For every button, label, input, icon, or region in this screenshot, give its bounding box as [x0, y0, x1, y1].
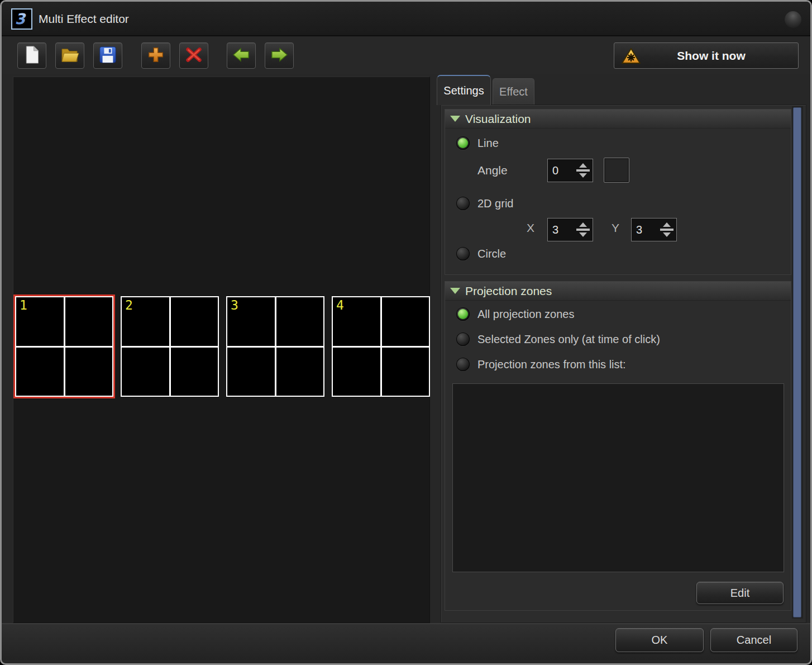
toolbar: Show it now [2, 37, 810, 74]
next-button[interactable] [265, 42, 294, 69]
projection-zones-title: Projection zones [465, 284, 552, 298]
delete-effect-button[interactable] [179, 42, 208, 69]
angle-spinner[interactable]: 0 [547, 159, 593, 182]
y-label: Y [612, 221, 619, 235]
arrow-left-icon [232, 46, 251, 65]
zones-from-list-label: Projection zones from this list: [477, 358, 626, 371]
thumbnail-number: 3 [231, 299, 238, 312]
x-label: X [527, 221, 534, 235]
spinner-down-icon[interactable] [579, 232, 587, 237]
effect-thumbnail-3[interactable]: 3 [226, 296, 324, 397]
thumbnail-grid [16, 297, 112, 396]
titlebar: 3 Multi Effect editor [2, 2, 810, 36]
thumbnail-number: 1 [20, 299, 27, 312]
angle-option-box[interactable] [604, 158, 629, 183]
settings-scrollbar-thumb[interactable] [793, 107, 801, 618]
delete-x-icon [184, 45, 203, 66]
projection-zones-header[interactable]: Projection zones [445, 282, 791, 301]
grid-x-spinner-arrows[interactable] [575, 222, 593, 237]
angle-spinner-arrows[interactable] [575, 163, 593, 178]
plus-icon [146, 45, 165, 66]
line-radio[interactable] [456, 136, 470, 150]
show-it-now-button[interactable]: Show it now [614, 42, 799, 69]
thumbnail-number: 4 [336, 299, 344, 312]
spinner-up-icon[interactable] [579, 222, 587, 227]
visualization-group: Visualization Line Angle 0 2D grid [445, 109, 791, 275]
open-folder-icon [60, 46, 79, 65]
thumbnail-grid [122, 297, 218, 396]
new-file-button[interactable] [17, 42, 46, 69]
spinner-up-icon[interactable] [579, 163, 587, 168]
effect-thumbnail-2[interactable]: 2 [121, 296, 219, 397]
tab-effect[interactable]: Effect [493, 78, 534, 105]
collapse-triangle-icon [450, 288, 460, 294]
zones-from-list-radio[interactable] [456, 358, 470, 371]
visualization-title: Visualization [465, 112, 531, 126]
beyond-logo-icon: 3 [11, 8, 32, 30]
thumbnail-grid [227, 297, 323, 396]
spinner-bar-icon [660, 229, 674, 231]
arrow-right-icon [270, 46, 289, 65]
selected-zones-only-radio[interactable] [456, 332, 470, 346]
new-document-icon [23, 44, 41, 68]
tab-settings[interactable]: Settings [437, 75, 491, 105]
grid-y-spinner[interactable]: 3 [631, 218, 677, 241]
collapse-triangle-icon [450, 116, 460, 122]
thumbnail-grid [333, 297, 429, 396]
line-label: Line [477, 137, 499, 150]
thumbnail-number: 2 [125, 299, 133, 312]
angle-label: Angle [477, 164, 508, 177]
show-it-now-label: Show it now [641, 49, 781, 63]
titlebar-light-indicator [785, 11, 801, 28]
effect-thumbnail-1[interactable]: 1 [15, 296, 113, 397]
spinner-down-icon[interactable] [663, 232, 671, 237]
save-floppy-icon [99, 46, 117, 66]
settings-scrollbar-track[interactable] [792, 106, 803, 619]
grid-2d-radio[interactable] [456, 197, 470, 210]
laser-warning-icon [621, 47, 641, 65]
spinner-bar-icon [576, 229, 590, 231]
grid-x-spinner[interactable]: 3 [547, 218, 593, 241]
projection-zones-list[interactable] [452, 383, 784, 572]
grid-x-value: 3 [548, 224, 575, 236]
effect-thumbnail-4[interactable]: 4 [332, 296, 430, 397]
svg-text:3: 3 [15, 11, 26, 27]
spinner-up-icon[interactable] [663, 222, 671, 227]
add-effect-button[interactable] [141, 42, 170, 69]
settings-panel: Visualization Line Angle 0 2D grid [441, 104, 806, 623]
angle-value: 0 [548, 164, 575, 177]
bottom-bar: OK Cancel [2, 623, 810, 660]
spinner-down-icon[interactable] [579, 173, 587, 178]
ok-button[interactable]: OK [615, 628, 704, 652]
circle-radio[interactable] [456, 247, 470, 260]
visualization-header[interactable]: Visualization [445, 110, 791, 129]
circle-label: Circle [477, 248, 506, 260]
edit-zones-button[interactable]: Edit [696, 582, 784, 604]
previous-button[interactable] [227, 42, 256, 69]
projection-zones-group: Projection zones All projection zones Se… [445, 281, 791, 611]
save-button[interactable] [93, 42, 122, 69]
all-projection-zones-radio[interactable] [456, 307, 470, 321]
window-title: Multi Effect editor [39, 2, 129, 36]
multi-effect-editor-window: 3 Multi Effect editor [0, 0, 812, 665]
cancel-button[interactable]: Cancel [710, 628, 797, 652]
spinner-bar-icon [576, 169, 590, 172]
grid-y-spinner-arrows[interactable] [658, 222, 676, 237]
selected-zones-only-label: Selected Zones only (at time of click) [477, 333, 660, 346]
grid-2d-label: 2D grid [477, 197, 513, 210]
open-file-button[interactable] [55, 42, 84, 69]
grid-y-value: 3 [632, 224, 658, 236]
all-projection-zones-label: All projection zones [477, 308, 574, 321]
